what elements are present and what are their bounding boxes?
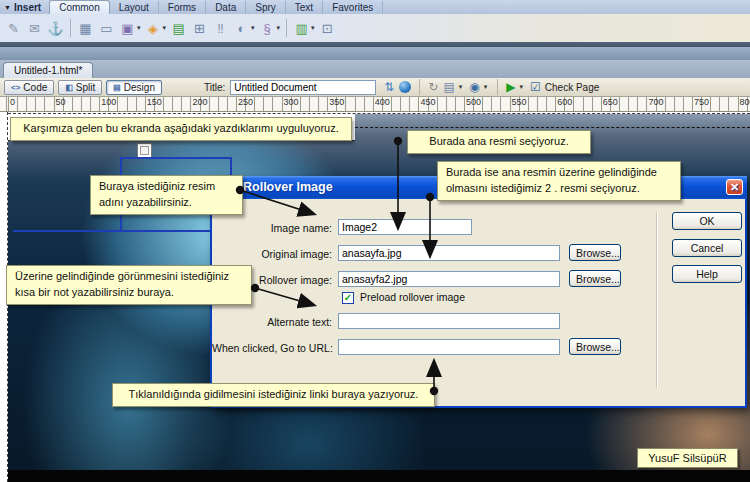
toolbar-separator [497,79,498,95]
live-data-icon[interactable]: ▶ [506,81,515,93]
ruler-tick-label: 150 [147,97,162,107]
tab-text[interactable]: Text [286,1,323,14]
comment-icon[interactable]: ‼ [211,19,230,38]
ruler-tick-label: 400 [375,97,390,107]
dropdown-arrow-icon[interactable]: ▾ [311,24,315,32]
alternate-text-input[interactable] [338,313,560,329]
ruler-tick-label: 550 [512,97,527,107]
insert-bar-menu-label: Insert [14,2,41,13]
ok-button[interactable]: OK [672,212,742,230]
dropdown-arrow-icon[interactable]: ▾ [137,24,141,32]
annotation-callout: Burada ise ana resmin üzerine gelindiğin… [437,161,681,201]
code-icon: <> [11,83,20,92]
rollover-image-input[interactable] [338,271,560,287]
date-icon[interactable]: ▤ [169,19,188,38]
design-icon: ▤ [113,83,121,92]
ruler-tick-label: 500 [466,97,481,107]
background-image-bottom-bar [8,470,750,482]
dropdown-arrow-icon[interactable]: ▾ [251,24,255,32]
ruler-tick-label: 200 [192,97,207,107]
code-view-button[interactable]: <> Code [4,80,54,95]
browse-original-button[interactable]: Browse... [569,244,621,261]
image-element-marker[interactable] [137,143,152,158]
media-icon[interactable]: ◈ [144,19,163,38]
annotation-callout: Karşımıza gelen bu ekranda aşağıdaki yaz… [10,117,352,141]
ruler-tick-label: 0 [10,97,15,107]
tab-spry[interactable]: Spry [246,1,286,14]
annotation-callout: Tıklanıldığında gidilmesini istediğiniz … [112,383,435,407]
annotation-callout: Üzerine gelindiğinde görünmesini istediğ… [6,265,252,305]
script-icon[interactable]: § [258,19,277,38]
browse-url-button[interactable]: Browse... [569,338,621,355]
ruler-tick-label: 600 [557,97,572,107]
preview-globe-icon[interactable] [399,81,411,93]
split-view-button[interactable]: ◧ Split [58,80,102,95]
dropdown-arrow-icon: ▾ [484,83,488,91]
ruler-tick-label: 250 [238,97,253,107]
go-to-url-label: When clicked, Go to URL: [212,342,332,354]
dropdown-arrow-icon: ▾ [459,83,463,91]
view-options-icon[interactable]: ▤ [443,81,454,93]
tab-data[interactable]: Data [206,1,246,14]
design-view-button[interactable]: ▤ Design [106,80,162,95]
browse-rollover-button[interactable]: Browse... [569,270,621,287]
dreamweaver-window: ▼ Insert CommonLayoutFormsDataSpryTextFa… [0,0,750,482]
visual-aids-icon[interactable]: ◉ [469,81,479,93]
dialog-title: Rollover Image [243,180,333,194]
tab-forms[interactable]: Forms [159,1,206,14]
preload-checkbox[interactable]: ✓ [342,292,354,304]
email-link-icon[interactable]: ✉ [25,19,44,38]
design-canvas[interactable]: Karşımıza gelen bu ekranda aşağıdaki yaz… [0,112,750,482]
cancel-button[interactable]: Cancel [672,239,742,257]
ruler-tick-label: 100 [101,97,116,107]
check-page-button[interactable]: ☑ Check Page [530,81,599,93]
document-tab[interactable]: Untitled-1.html* [3,62,93,78]
selection-dashed-border-top [8,113,750,114]
split-view-label: Split [76,82,95,93]
ruler-tick-label: 750 [694,97,709,107]
annotation-callout: Burada ana resmi seçiyoruz. [407,130,591,154]
server-include-icon[interactable]: ⊞ [190,19,209,38]
table-icon[interactable]: ▦ [76,19,95,38]
dropdown-arrow-icon[interactable]: ▾ [277,24,281,32]
go-to-url-input[interactable] [338,339,560,355]
dialog-divider [656,212,658,388]
title-label: Title: [204,82,225,93]
ruler-tick-label: 450 [420,97,435,107]
layout-guide-line [13,230,120,232]
original-image-input[interactable] [338,245,560,261]
help-button[interactable]: Help [672,265,742,283]
tab-layout[interactable]: Layout [110,1,159,14]
insert-bar-menu[interactable]: ▼ Insert [0,2,49,14]
insert-div-icon[interactable]: ▭ [97,19,116,38]
author-credit-badge: YusuF SilsüpüR [637,448,738,468]
file-management-icon[interactable]: ⇅ [384,81,394,93]
refresh-icon[interactable]: ↻ [428,81,438,93]
named-anchor-icon[interactable]: ⚓ [46,19,65,38]
ruler-tick-label: 800 [740,97,750,107]
image-icon[interactable]: ▣ [118,19,137,38]
horizontal-ruler: 0501001502002503003504004505005506006507… [0,97,750,112]
toolbar-separator [286,19,287,37]
alternate-text-label: Alternate text: [212,316,332,328]
original-image-label: Original image: [212,248,332,260]
tab-favorites[interactable]: Favorites [323,1,383,14]
insert-tabs: CommonLayoutFormsDataSpryTextFavorites [49,0,383,14]
image-name-input[interactable] [338,219,472,235]
rollover-image-dialog: Rollover Image ✕ Image name: Original im… [210,176,747,408]
tag-chooser-icon[interactable]: ⊡ [318,19,337,38]
dropdown-arrow-icon[interactable]: ▾ [163,24,167,32]
ruler-tick-label: 650 [603,97,618,107]
hyperlink-icon[interactable]: ✎ [4,19,23,38]
templates-icon[interactable]: ▥ [292,19,311,38]
code-view-label: Code [23,82,47,93]
document-title-input[interactable] [230,80,376,95]
split-icon: ◧ [65,83,73,92]
document-window-top [0,47,750,60]
toolbar-separator [70,19,71,37]
collapse-arrow-icon: ▼ [4,4,11,11]
close-icon[interactable]: ✕ [726,179,743,195]
insert-icons-toolbar: ✎✉⚓▦▭▣▾◈▾▤⊞‼◐▾§▾▥▾⊡ [0,14,750,42]
head-icon[interactable]: ◐ [232,19,251,38]
tab-common[interactable]: Common [49,0,110,14]
